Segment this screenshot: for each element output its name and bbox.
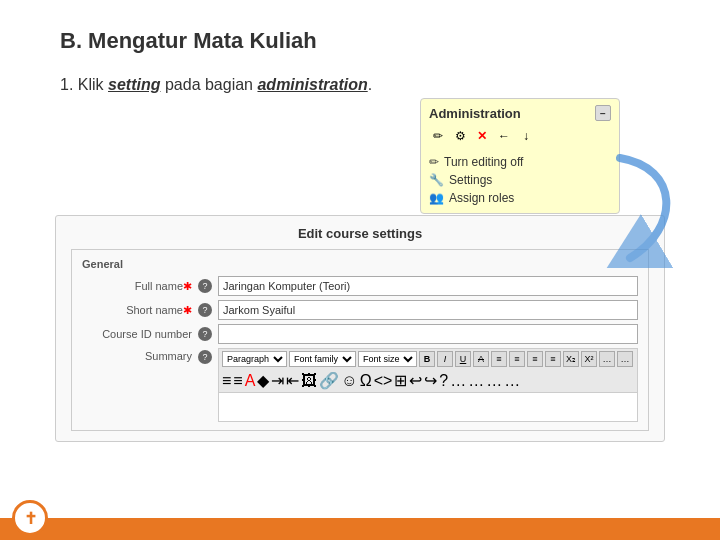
step-instruction: 1. Klik setting pada bagian administrati…: [0, 54, 720, 94]
edit-panel-title: Edit course settings: [71, 226, 649, 241]
admin-toolbar: ✏ ⚙ ✕ ← ↓: [429, 127, 611, 145]
undo-button[interactable]: ↩: [409, 371, 422, 390]
menu-item-assign[interactable]: 👥 Assign roles: [429, 189, 611, 207]
help-editor-button[interactable]: ?: [439, 372, 448, 390]
bold-button[interactable]: B: [419, 351, 435, 367]
special-char-button[interactable]: Ω: [360, 372, 372, 390]
editor-toolbar-row2: ≡ ≡ A ◆ ⇥ ⇤ 🖼 🔗 ☺ Ω <> ⊞ ↩ ↪ ? … …: [218, 369, 638, 392]
menu-item-editing[interactable]: ✏ Turn editing off: [429, 153, 611, 171]
fullname-input[interactable]: [218, 276, 638, 296]
step-text-before: Klik: [78, 76, 108, 93]
admin-panel: Administration − ✏ ⚙ ✕ ← ↓ ✏ Turn editin…: [420, 98, 620, 214]
step-text-middle: pada bagian: [160, 76, 257, 93]
html-button[interactable]: <>: [374, 372, 393, 390]
bottom-bar: [0, 518, 720, 540]
step-link-setting[interactable]: setting: [108, 76, 160, 93]
menu-item-settings[interactable]: 🔧 Settings: [429, 171, 611, 189]
extra5-button[interactable]: …: [504, 372, 520, 390]
editor-area: Paragraph Font family Font size B I U A …: [218, 348, 638, 422]
courseid-row: Course ID number ?: [82, 324, 638, 344]
shortname-required: ✱: [183, 304, 192, 316]
fullname-help[interactable]: ?: [198, 279, 212, 293]
close-icon[interactable]: ✕: [473, 127, 491, 145]
shortname-help[interactable]: ?: [198, 303, 212, 317]
summary-help[interactable]: ?: [198, 350, 212, 364]
menu-label-editing: Turn editing off: [444, 155, 523, 169]
shortname-label: Short name✱: [82, 304, 192, 317]
bg-color-button[interactable]: ◆: [257, 371, 269, 390]
shortname-row: Short name✱ ?: [82, 300, 638, 320]
courseid-input[interactable]: [218, 324, 638, 344]
pencil-icon[interactable]: ✏: [429, 127, 447, 145]
fontsize-select[interactable]: Font size: [358, 351, 417, 367]
general-label: General: [82, 258, 638, 270]
step-text-end: .: [368, 76, 372, 93]
font-color-button[interactable]: A: [245, 372, 256, 390]
arrow-down-icon[interactable]: ↓: [517, 127, 535, 145]
fullname-required: ✱: [183, 280, 192, 292]
step-link-admin[interactable]: administration: [257, 76, 367, 93]
shortname-input[interactable]: [218, 300, 638, 320]
extra3-button[interactable]: …: [468, 372, 484, 390]
list-ul-button[interactable]: ≡: [222, 372, 231, 390]
subscript-button[interactable]: X₂: [563, 351, 579, 367]
logo-cross: ✝: [24, 509, 37, 528]
editor-toolbar-row1: Paragraph Font family Font size B I U A …: [218, 348, 638, 369]
general-section: General Full name✱ ? Short name✱ ? Cours…: [71, 249, 649, 431]
courseid-label: Course ID number: [82, 328, 192, 340]
arrow-left-icon[interactable]: ←: [495, 127, 513, 145]
courseid-help[interactable]: ?: [198, 327, 212, 341]
list-ol-button[interactable]: ≡: [233, 372, 242, 390]
logo: ✝: [12, 500, 48, 536]
editing-icon: ✏: [429, 155, 439, 169]
summary-row: Summary ? Paragraph Font family Font siz…: [82, 348, 638, 422]
more-button[interactable]: …: [599, 351, 615, 367]
editor-content[interactable]: [218, 392, 638, 422]
admin-panel-title: Administration: [429, 106, 521, 121]
italic-button[interactable]: I: [437, 351, 453, 367]
fontfamily-select[interactable]: Font family: [289, 351, 356, 367]
fullname-label: Full name✱: [82, 280, 192, 293]
page-title: B. Mengatur Mata Kuliah: [0, 0, 720, 54]
assign-icon: 👥: [429, 191, 444, 205]
align-justify-button[interactable]: ≡: [545, 351, 561, 367]
align-right-button[interactable]: ≡: [527, 351, 543, 367]
gear-icon[interactable]: ⚙: [451, 127, 469, 145]
extra4-button[interactable]: …: [486, 372, 502, 390]
menu-label-settings: Settings: [449, 173, 492, 187]
extra-button[interactable]: …: [617, 351, 633, 367]
table-button[interactable]: ⊞: [394, 371, 407, 390]
link-button[interactable]: 🔗: [319, 371, 339, 390]
redo-button[interactable]: ↪: [424, 371, 437, 390]
edit-course-panel: Edit course settings General Full name✱ …: [55, 215, 665, 442]
fullname-row: Full name✱ ?: [82, 276, 638, 296]
admin-panel-header: Administration −: [429, 105, 611, 121]
superscript-button[interactable]: X²: [581, 351, 597, 367]
settings-icon: 🔧: [429, 173, 444, 187]
align-center-button[interactable]: ≡: [509, 351, 525, 367]
indent-button[interactable]: ⇥: [271, 371, 284, 390]
curved-arrow-decoration: [600, 148, 690, 268]
outdent-button[interactable]: ⇤: [286, 371, 299, 390]
extra2-button[interactable]: …: [450, 372, 466, 390]
image-button[interactable]: 🖼: [301, 372, 317, 390]
underline-button[interactable]: U: [455, 351, 471, 367]
summary-label: Summary: [82, 348, 192, 362]
paragraph-select[interactable]: Paragraph: [222, 351, 287, 367]
align-left-button[interactable]: ≡: [491, 351, 507, 367]
menu-label-assign: Assign roles: [449, 191, 514, 205]
collapse-button[interactable]: −: [595, 105, 611, 121]
strikethrough-button[interactable]: A: [473, 351, 489, 367]
emoji-button[interactable]: ☺: [341, 372, 357, 390]
step-number: 1.: [60, 76, 73, 93]
